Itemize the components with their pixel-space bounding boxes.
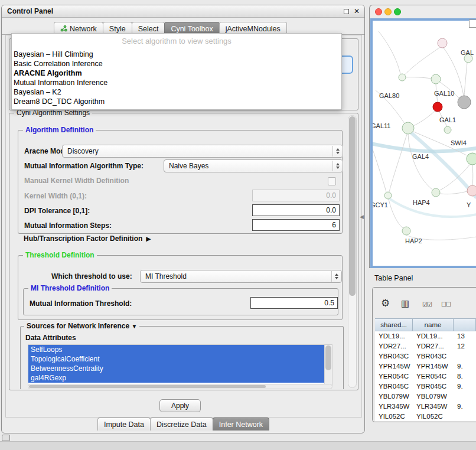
data-attributes-list[interactable]: SelfLoopsTopologicalCoefficientBetweenne… [28,344,332,386]
settings-scrollbar[interactable] [348,115,357,388]
float-window-icon[interactable] [344,9,349,14]
network-node[interactable] [458,96,471,109]
close-window-icon[interactable]: ✕ [354,7,360,15]
attribute-list-item[interactable]: TopologicalCoefficient [28,354,324,364]
cyni-algorithm-settings-group: Cyni Algorithm Settings Algorithm Defini… [9,113,358,390]
collapsed-panel-icon[interactable] [2,435,10,441]
table-cell: YBL079W [413,392,454,402]
table-cell: YBR045C [413,381,454,392]
tab-impute-data[interactable]: Impute Data [97,418,151,431]
network-node[interactable] [384,192,392,199]
tab-discretize-data[interactable]: Discretize Data [150,418,213,431]
select-all-checkboxes-icon[interactable]: ☑☑ [422,301,432,308]
status-bar [0,441,476,450]
table-cell: YDR27... [413,341,454,351]
table-body: YDL19...YDL19...13YDR27...YDR27...12YBR0… [375,331,476,421]
table-row[interactable]: YBR043CYBR043C [375,351,476,361]
network-node[interactable] [444,126,451,133]
table-row[interactable]: YBR045CYBR045C9. [375,381,476,392]
network-edge [464,63,467,96]
network-node[interactable] [432,188,440,197]
column-header-shared-name[interactable]: shared... [375,319,413,331]
tab-label: jActiveMNodules [226,25,281,33]
mi-steps-label: Mutual Information Steps: [24,221,112,230]
table-row[interactable]: YER054CYER054C8. [375,371,476,381]
mi-threshold-definition-title: MI Threshold Definition [28,284,112,293]
close-traffic-light[interactable] [375,8,382,15]
network-node[interactable] [431,74,441,84]
control-panel-titlebar[interactable]: Control Panel ✕ [2,5,364,18]
network-node[interactable] [433,102,442,112]
mi-threshold-label: Mutual Information Threshold: [30,299,132,308]
table-cell: 8. [454,371,476,381]
table-cell: 9. [454,381,476,392]
table-row[interactable]: YBL079WYBL079W [375,392,476,402]
algorithm-option[interactable]: Mutual Information Inference [12,78,341,87]
node-label: GAL10 [434,90,454,97]
attributes-list-scrollbar[interactable] [324,345,332,385]
network-scroll-corner[interactable] [469,19,476,28]
tab-label: Cyni Toolbox [171,25,213,33]
threshold-definition-group: Threshold Definition Which threshold to … [18,255,343,320]
data-attributes-label: Data Attributes [25,334,76,342]
table-panel-title: Table Panel [374,274,413,282]
network-node[interactable] [399,74,406,81]
network-node[interactable] [438,38,447,48]
columns-icon[interactable]: ▥ [401,298,409,309]
algorithm-option[interactable]: Basic Correlation Inference [12,59,341,69]
network-node[interactable] [402,122,414,134]
table-cell: YIL052C [375,412,413,421]
apply-button[interactable]: Apply [159,399,201,412]
cyni-bottom-tabs: Impute Data Discretize Data Infer Networ… [2,418,364,431]
attribute-list-item[interactable]: BetweennessCentrality [28,364,324,373]
attributes-hscrollbar[interactable] [28,384,332,389]
aracne-mode-select[interactable]: Discovery [62,145,343,158]
stepper-icon [332,161,342,171]
column-header-cut[interactable] [454,319,476,331]
network-node[interactable] [467,153,476,165]
attribute-list-item[interactable]: SelfLoops [28,345,324,354]
attribute-list-item[interactable]: gal4RGexp [28,373,324,383]
settings-scrollbar-thumb[interactable] [349,116,356,296]
table-row[interactable]: YLR345WYLR345W9. [375,402,476,412]
tab-infer-network[interactable]: Infer Network [213,418,269,431]
zoom-traffic-light[interactable] [394,8,401,15]
table-cell: YBR043C [375,351,413,361]
sources-group-title[interactable]: Sources for Network Inference ▼ [24,322,139,331]
mi-algorithm-type-select[interactable]: Naive Bayes [164,159,343,172]
mi-steps-field[interactable]: 6 [252,219,340,231]
network-node[interactable] [467,185,476,196]
window-controls [375,8,401,15]
table-cell: 9. [454,361,476,371]
gear-icon[interactable]: ⚙ [381,297,390,309]
column-header-name[interactable]: name [413,319,454,331]
table-row[interactable]: YPR145WYPR145W9. [375,361,476,371]
attributes-list-scrollbar-thumb[interactable] [325,345,331,370]
algorithm-option[interactable]: Dream8 DC_TDC Algorithm [12,97,341,106]
deselect-all-checkboxes-icon[interactable]: ☐☐ [441,301,451,308]
dpi-tolerance-field[interactable]: 0.0 [252,204,340,216]
splitter-collapse-icon[interactable]: ◀ [360,214,364,220]
kernel-width-field: 0.0 [252,190,340,201]
table-row[interactable]: YIL052CYIL052C [375,412,476,421]
network-edge [389,134,407,192]
algorithm-option[interactable]: Bayesian – Hill Climbing [12,50,341,59]
tab-label: Network [70,25,97,33]
desktop: Control Panel ✕ Network Style Select [0,0,476,450]
minimize-traffic-light[interactable] [384,8,392,15]
algorithm-option[interactable]: Bayesian – K2 [12,87,341,97]
control-panel-window: Control Panel ✕ Network Style Select [1,5,365,433]
table-panel-window: ⚙ ▥ ☑☑ ☐☐ shared... name YDL19...YDL19..… [372,287,476,422]
network-edge [472,165,473,185]
mi-threshold-field[interactable]: 0.5 [250,297,338,309]
network-node[interactable] [402,227,410,235]
hub-transcription-section-toggle[interactable]: Hub/Transcription Factor Definition▶ [24,234,151,243]
mi-algorithm-type-label: Mutual Information Algorithm Type: [24,162,144,170]
algorithm-option[interactable]: ARACNE Algorithm [12,69,341,78]
table-row[interactable]: YDL19...YDL19...13 [375,331,476,341]
which-threshold-label: Which threshold to use: [51,272,132,281]
attributes-hscrollbar-thumb[interactable] [29,385,266,388]
table-cell: YPR145W [413,361,454,371]
which-threshold-select[interactable]: MI Threshold [140,270,342,283]
table-row[interactable]: YDR27...YDR27...12 [375,341,476,351]
